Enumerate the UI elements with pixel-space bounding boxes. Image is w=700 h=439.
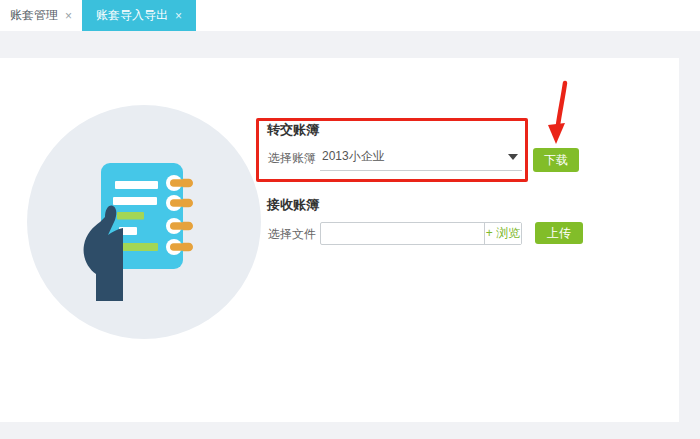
download-button[interactable]: 下载 xyxy=(533,148,579,172)
file-path-input[interactable] xyxy=(321,223,484,244)
browse-button[interactable]: + 浏览 xyxy=(484,223,521,244)
tab-label: 账套导入导出 xyxy=(96,7,168,24)
close-icon[interactable]: × xyxy=(175,10,182,22)
tab-account-management[interactable]: 账套管理 × xyxy=(0,0,82,31)
receive-section-title: 接收账簿 xyxy=(267,197,319,212)
chevron-down-icon xyxy=(508,154,518,160)
notebook-illustration xyxy=(27,105,261,339)
tab-label: 账套管理 xyxy=(10,7,58,24)
file-input-group: + 浏览 xyxy=(320,222,522,245)
selected-account-book: 2013小企业 xyxy=(320,144,522,169)
close-icon[interactable]: × xyxy=(65,10,72,22)
tab-bar: 账套管理 × 账套导入导出 × xyxy=(0,0,700,31)
upload-button[interactable]: 上传 xyxy=(535,222,583,244)
content-panel: 转交账簿 选择账簿 2013小企业 下载 接收账簿 选择文件 + 浏览 上传 xyxy=(0,58,679,422)
tab-import-export[interactable]: 账套导入导出 × xyxy=(82,0,196,31)
select-account-book-label: 选择账簿 xyxy=(268,151,316,165)
account-book-select[interactable]: 2013小企业 xyxy=(320,144,522,171)
select-file-label: 选择文件 xyxy=(268,227,316,241)
transfer-section-title: 转交账簿 xyxy=(267,122,319,137)
annotation-arrow-icon xyxy=(545,80,575,148)
